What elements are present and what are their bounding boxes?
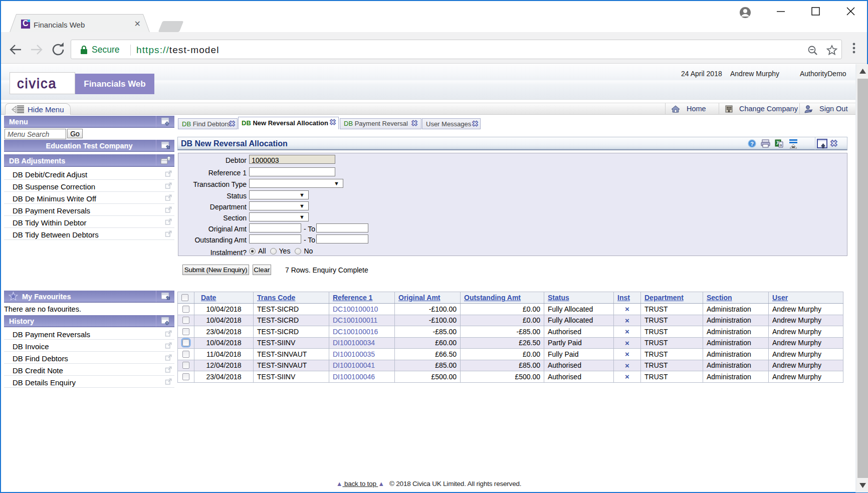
svg-text:a: a: [780, 143, 782, 147]
svg-text:?: ?: [750, 141, 754, 147]
